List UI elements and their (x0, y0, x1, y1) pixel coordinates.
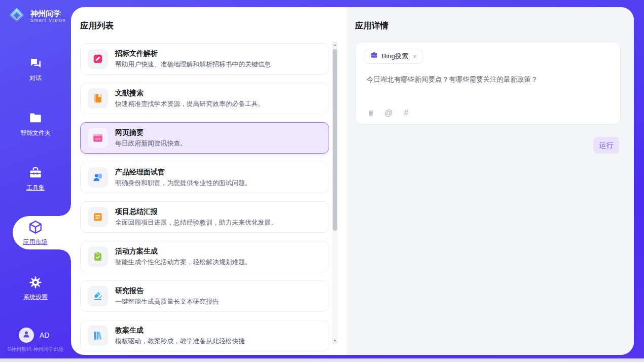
app-card-description: 全面回顾项目进展，总结经验教训，助力未来优化发展。 (115, 219, 277, 227)
app-card[interactable]: </>网页摘要每日政府新闻资讯快查。 (80, 122, 329, 154)
scroll-up-icon[interactable]: ▲ (332, 42, 338, 48)
sidebar-item-label: 应用市场 (23, 238, 48, 246)
logo: 神州问学 Smart Vision (7, 6, 66, 27)
main-panel: 应用列表 招标文件解析帮助用户快速、准确地理解和解析招标书中的关键信息文献搜索快… (71, 7, 634, 355)
note-icon (88, 207, 108, 227)
app-card-description: 明确身份和职责，为您提供专业性的面试问题。 (115, 179, 252, 188)
sidebar-item-folders[interactable]: 智能文件夹 (0, 107, 71, 140)
logo-subtitle: Smart Vision (30, 18, 66, 23)
logo-title: 神州问学 (30, 9, 66, 18)
prompt-card: Bing搜索 × 今日湖北有哪些新闻要点？有哪些需要关注的最新政策？ @# (355, 42, 621, 125)
app-card[interactable]: 教案生成模板驱动，教案秒成，教学准备从此轻松快捷 (80, 320, 329, 351)
user-name: AD (40, 331, 49, 339)
user-row[interactable]: AD (19, 328, 49, 343)
sidebar-item-label: 智能文件夹 (20, 129, 51, 137)
app-card-title: 研究报告 (115, 286, 219, 296)
app-card[interactable]: 项目总结汇报全面回顾项目进展，总结经验教训，助力未来优化发展。 (80, 201, 329, 233)
briefcase-icon (370, 51, 378, 61)
chat-icon (28, 56, 43, 71)
app-card-title: 网页摘要 (115, 128, 187, 137)
app-list-scrollbar[interactable]: ▲ ▼ (332, 42, 338, 344)
scroll-down-icon[interactable]: ▼ (332, 337, 338, 344)
browser-code-icon: </> (88, 128, 108, 148)
app-card-description: 一键智能生成高质量长文本研究报告 (115, 298, 219, 306)
folder-icon (28, 111, 43, 126)
app-card-title: 文献搜索 (115, 89, 264, 98)
app-detail-title: 应用详情 (355, 20, 388, 31)
mention-icon[interactable]: @ (383, 108, 393, 118)
app-card[interactable]: 研究报告一键智能生成高质量长文本研究报告 (80, 280, 329, 312)
app-card-title: 项目总结汇报 (115, 207, 277, 216)
svg-text:</>: </> (95, 137, 101, 140)
sidebar-item-settings[interactable]: 系统设置 (0, 272, 71, 304)
app-detail-panel: 应用详情 Bing搜索 × 今日湖北有哪些新闻要点？有哪些需要关注的最新政策？ … (347, 7, 634, 355)
app-window: 神州问学 Smart Vision 对话智能文件夹工具集应用市场系统设置 AD … (0, 0, 644, 362)
books-icon (88, 325, 108, 346)
sidebar-item-toolset[interactable]: 工具集 (0, 162, 71, 195)
app-card-description: 每日政府新闻资讯快查。 (115, 139, 187, 148)
gear-icon (28, 275, 43, 290)
sidebar-item-label: 工具集 (26, 184, 45, 192)
app-card-description: 智能生成个性化活动方案，轻松解决规划难题。 (115, 258, 252, 267)
app-card[interactable]: 招标文件解析帮助用户快速、准确地理解和解析招标书中的关键信息 (80, 43, 329, 75)
interviewer-icon (88, 167, 108, 188)
toolbox-icon (28, 165, 43, 180)
tool-chip-label: Bing搜索 (382, 52, 408, 61)
person-icon (22, 330, 31, 341)
app-list-title: 应用列表 (80, 20, 114, 31)
avatar (19, 328, 34, 343)
sidebar-item-label: 系统设置 (23, 293, 48, 302)
prompt-toolbar: @# (366, 108, 411, 118)
app-card[interactable]: 活动方案生成智能生成个性化活动方案，轻松解决规划难题。 (80, 241, 329, 272)
cube-icon (28, 220, 43, 235)
sidebar-item-label: 对话 (29, 74, 42, 83)
bottom-strip (0, 358, 644, 362)
microscope-icon (88, 286, 108, 306)
query-input[interactable]: 今日湖北有哪些新闻要点？有哪些需要关注的最新政策？ (367, 75, 610, 85)
app-card-title: 招标文件解析 (115, 49, 271, 58)
attachment-icon[interactable] (366, 109, 376, 118)
app-card-title: 教案生成 (115, 326, 245, 335)
app-card-title: 活动方案生成 (115, 247, 252, 256)
app-card-title: 产品经理面试官 (115, 168, 252, 177)
app-card[interactable]: 文献搜索快速精准查找学术资源，提高研究效率的必备工具。 (80, 83, 329, 114)
logo-diamond-icon (7, 6, 26, 27)
book-icon (88, 88, 108, 108)
app-list: 招标文件解析帮助用户快速、准确地理解和解析招标书中的关键信息文献搜索快速精准查找… (80, 42, 329, 355)
app-card-description: 帮助用户快速、准确地理解和解析招标书中的关键信息 (115, 60, 271, 69)
sidebar-footer: ©神州数码·神州问学出品 (0, 346, 71, 353)
sidebar: 神州问学 Smart Vision 对话智能文件夹工具集应用市场系统设置 AD … (0, 0, 71, 358)
scrollbar-thumb[interactable] (333, 49, 337, 231)
tool-chip-bing-search[interactable]: Bing搜索 × (365, 49, 422, 64)
app-card-description: 快速精准查找学术资源，提高研究效率的必备工具。 (115, 100, 264, 108)
sidebar-item-chat[interactable]: 对话 (0, 53, 71, 85)
pen-square-icon (88, 49, 108, 69)
close-icon[interactable]: × (413, 53, 417, 60)
clipboard-check-icon (88, 246, 108, 267)
sidebar-item-market[interactable]: 应用市场 (13, 216, 71, 249)
run-button[interactable]: 运行 (593, 137, 619, 154)
app-card-description: 模板驱动，教案秒成，教学准备从此轻松快捷 (115, 337, 245, 346)
app-card[interactable]: 产品经理面试官明确身份和职责，为您提供专业性的面试问题。 (80, 162, 329, 193)
hash-icon[interactable]: # (401, 108, 411, 118)
